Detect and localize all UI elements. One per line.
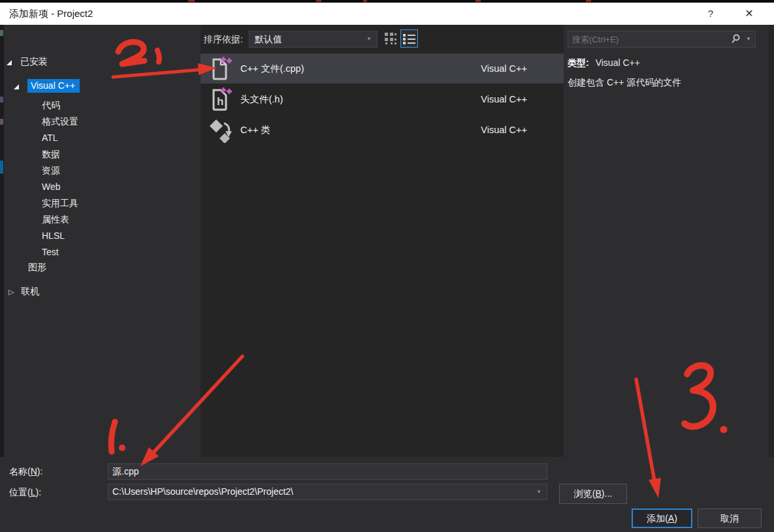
- title-bar: 添加新项 - Project2 ? ✕: [0, 3, 774, 25]
- sort-by-label: 排序依据:: [204, 31, 243, 48]
- sidebar-item-formatting[interactable]: 格式设置: [42, 115, 78, 128]
- search-options-caret-icon[interactable]: ▼: [746, 31, 751, 47]
- cpp-file-icon: [208, 55, 233, 82]
- template-name: C++ 类: [240, 115, 270, 145]
- chevron-down-icon: ▼: [536, 484, 541, 500]
- search-input[interactable]: [568, 31, 724, 47]
- sidebar-item-resource[interactable]: 资源: [42, 164, 60, 177]
- sidebar-item-label: ATL: [42, 133, 58, 143]
- sidebar-item-label: 联机: [21, 286, 39, 296]
- template-row-cpp-class[interactable]: C++ 类 Visual C++: [201, 115, 564, 145]
- panel-right-edge: [769, 25, 774, 457]
- search-box: ▼: [568, 31, 756, 48]
- sidebar-item-utility[interactable]: 实用工具: [42, 196, 78, 210]
- sidebar-item-label: 已安装: [20, 56, 48, 67]
- details-panel: [564, 25, 769, 457]
- close-button[interactable]: ✕: [733, 3, 766, 25]
- sidebar-item-label: 代码: [42, 100, 60, 110]
- list-view-button[interactable]: [400, 29, 418, 48]
- sidebar-item-code[interactable]: 代码: [42, 99, 60, 112]
- location-combobox[interactable]: C:\Users\HP\source\repos\Project2\Projec…: [108, 484, 547, 500]
- type-label: 类型:: [568, 57, 589, 68]
- sidebar-item-label: Test: [42, 247, 59, 257]
- sidebar-item-test[interactable]: Test: [42, 245, 59, 258]
- sidebar-item-hlsl[interactable]: HLSL: [42, 229, 65, 242]
- chevron-expanded-icon[interactable]: [14, 84, 19, 89]
- sidebar-item-label: HLSL: [42, 230, 65, 241]
- template-type-row: 类型:Visual C++: [568, 57, 640, 69]
- template-category: Visual C++: [481, 54, 527, 84]
- browse-button[interactable]: 浏览(B)...: [559, 484, 627, 504]
- sort-by-value: 默认值: [255, 34, 282, 44]
- category-tree: 已安装 Visual C++ 代码 格式设置 ATL 数据 资源 Web 实用工…: [4, 25, 201, 457]
- add-new-item-dialog: 添加新项 - Project2 ? ✕ 已安装 Visual C++ 代码 格式…: [0, 0, 774, 532]
- list-view-icon: [403, 33, 415, 44]
- sidebar-item-label-selected: Visual C++: [27, 79, 80, 93]
- cpp-class-icon: [208, 117, 233, 143]
- header-file-icon: h: [208, 86, 233, 112]
- template-name: C++ 文件(.cpp): [240, 54, 304, 84]
- template-name: 头文件(.h): [240, 84, 283, 114]
- sidebar-item-label: 资源: [42, 165, 60, 176]
- template-row-cpp-file[interactable]: C++ 文件(.cpp) Visual C++: [201, 54, 564, 84]
- name-input[interactable]: [108, 464, 547, 479]
- chevron-expanded-icon[interactable]: [7, 60, 12, 65]
- sidebar-item-data[interactable]: 数据: [42, 148, 60, 161]
- help-button[interactable]: ?: [698, 3, 724, 25]
- sidebar-item-property-sheets[interactable]: 属性表: [42, 213, 69, 226]
- location-value: C:\Users\HP\source\repos\Project2\Projec…: [112, 484, 293, 499]
- dialog-title: 添加新项 - Project2: [9, 3, 93, 25]
- chevron-down-icon: ▼: [366, 31, 372, 47]
- sidebar-item-visual-cpp[interactable]: Visual C++: [14, 79, 80, 92]
- sidebar-item-online[interactable]: ▷ 联机: [8, 285, 39, 298]
- sidebar-item-label: 格式设置: [42, 116, 78, 127]
- sidebar-item-graphics[interactable]: 图形: [28, 260, 46, 274]
- sidebar-item-label: 数据: [42, 149, 60, 159]
- sidebar-item-label: 实用工具: [42, 198, 78, 208]
- medium-icons-view-button[interactable]: [381, 29, 399, 48]
- name-label: 名称(N):: [9, 463, 42, 480]
- grid-view-icon: [384, 32, 397, 45]
- search-icon[interactable]: [731, 34, 741, 44]
- sidebar-item-web[interactable]: Web: [42, 180, 61, 193]
- sidebar-item-installed[interactable]: 已安装: [7, 55, 48, 68]
- add-button[interactable]: 添加(A): [632, 509, 692, 528]
- template-category: Visual C++: [481, 115, 527, 145]
- template-category: Visual C++: [481, 84, 527, 114]
- sidebar-item-label: Web: [42, 181, 61, 192]
- cancel-button[interactable]: 取消: [698, 509, 762, 528]
- sort-by-select[interactable]: 默认值 ▼: [249, 31, 378, 48]
- template-description: 创建包含 C++ 源代码的文件: [568, 77, 681, 89]
- sidebar-item-atl[interactable]: ATL: [42, 131, 58, 144]
- svg-text:h: h: [217, 95, 223, 108]
- template-row-header-file[interactable]: h 头文件(.h) Visual C++: [201, 84, 564, 114]
- sidebar-item-label: 属性表: [42, 214, 69, 225]
- name-field-wrap: [108, 463, 547, 480]
- chevron-collapsed-icon[interactable]: ▷: [8, 285, 14, 298]
- sidebar-item-label: 图形: [28, 262, 46, 272]
- location-label: 位置(L):: [9, 484, 41, 501]
- type-value: Visual C++: [596, 57, 640, 68]
